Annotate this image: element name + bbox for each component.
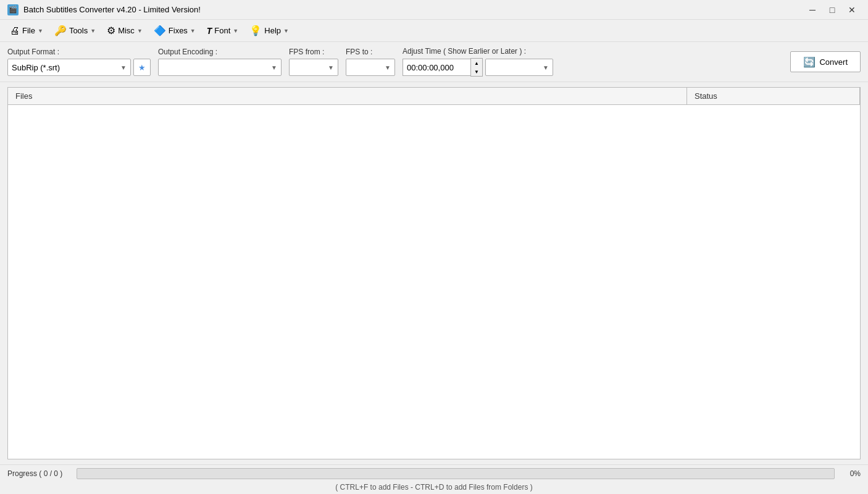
help-icon: 💡 bbox=[249, 25, 262, 36]
menu-bar: 🖨 File ▼ 🔑 Tools ▼ ⚙ Misc ▼ 🔷 Fixes ▼ T … bbox=[0, 20, 868, 42]
output-format-label: Output Format : bbox=[7, 48, 151, 56]
status-bar: Progress ( 0 / 0 ) 0% ( CTRL+F to add Fi… bbox=[0, 464, 868, 494]
adjust-time-input[interactable] bbox=[403, 59, 470, 76]
adjust-time-arrow: ▼ bbox=[543, 64, 549, 71]
time-decrement-button[interactable]: ▼ bbox=[471, 67, 482, 76]
font-icon: T bbox=[207, 26, 212, 36]
table-body bbox=[8, 105, 860, 459]
files-header: Files bbox=[8, 88, 687, 104]
output-format-value: SubRip (*.srt) bbox=[12, 63, 60, 72]
misc-icon: ⚙ bbox=[107, 25, 115, 36]
menu-item-tools[interactable]: 🔑 Tools ▼ bbox=[49, 22, 101, 39]
progress-bar-container bbox=[77, 468, 835, 479]
help-chevron: ▼ bbox=[283, 28, 289, 34]
file-chevron: ▼ bbox=[38, 28, 43, 34]
fps-to-group: FPS to : ▼ bbox=[346, 48, 395, 76]
app-title: Batch Subtitles Converter v4.20 - Limite… bbox=[23, 5, 201, 14]
output-encoding-group: Output Encoding : ▼ bbox=[158, 48, 282, 76]
minimize-button[interactable]: ─ bbox=[804, 3, 821, 17]
close-button[interactable]: ✕ bbox=[843, 3, 861, 17]
adjust-time-row: ▲ ▼ ▼ bbox=[403, 58, 553, 77]
output-encoding-dropdown[interactable]: ▼ bbox=[158, 59, 282, 76]
menu-label-font: Font bbox=[214, 26, 230, 35]
progress-label: Progress ( 0 / 0 ) bbox=[7, 469, 69, 478]
file-icon: 🖨 bbox=[10, 25, 20, 36]
time-increment-button[interactable]: ▲ bbox=[471, 59, 482, 67]
fixes-chevron: ▼ bbox=[190, 28, 196, 34]
star-icon: ★ bbox=[138, 63, 146, 72]
adjust-time-label: Adjust Time ( Show Earlier or Later ) : bbox=[403, 47, 553, 56]
convert-label: Convert bbox=[819, 57, 848, 67]
fps-from-group: FPS from : ▼ bbox=[289, 48, 338, 76]
window-controls: ─ □ ✕ bbox=[804, 3, 861, 17]
tools-chevron: ▼ bbox=[90, 28, 96, 34]
fps-from-arrow: ▼ bbox=[328, 64, 334, 71]
time-spinners: ▲ ▼ bbox=[470, 58, 483, 77]
output-format-row: SubRip (*.srt) ▼ ★ bbox=[7, 59, 151, 76]
title-bar-left: 🎬 Batch Subtitles Converter v4.20 - Limi… bbox=[7, 4, 201, 15]
maximize-button[interactable]: □ bbox=[824, 3, 841, 17]
misc-chevron: ▼ bbox=[137, 28, 143, 34]
adjust-time-group: Adjust Time ( Show Earlier or Later ) : … bbox=[403, 47, 553, 77]
fps-from-dropdown[interactable]: ▼ bbox=[289, 59, 338, 76]
output-format-arrow: ▼ bbox=[120, 64, 127, 71]
fps-to-arrow: ▼ bbox=[385, 64, 391, 71]
menu-item-fixes[interactable]: 🔷 Fixes ▼ bbox=[149, 22, 201, 39]
fps-from-label: FPS from : bbox=[289, 48, 338, 56]
convert-icon: 🔄 bbox=[803, 56, 816, 68]
menu-label-tools: Tools bbox=[69, 26, 88, 35]
menu-label-misc: Misc bbox=[118, 26, 135, 35]
file-table: Files Status bbox=[7, 87, 861, 459]
fps-to-label: FPS to : bbox=[346, 48, 395, 56]
status-header: Status bbox=[687, 88, 860, 104]
output-encoding-label: Output Encoding : bbox=[158, 48, 282, 56]
menu-item-font[interactable]: T Font ▼ bbox=[202, 23, 244, 38]
output-format-group: Output Format : SubRip (*.srt) ▼ ★ bbox=[7, 48, 151, 76]
hint-text: ( CTRL+F to add Files - CTRL+D to add Fi… bbox=[0, 482, 868, 494]
menu-item-file[interactable]: 🖨 File ▼ bbox=[5, 23, 48, 39]
time-input-group: ▲ ▼ bbox=[403, 58, 483, 77]
menu-item-misc[interactable]: ⚙ Misc ▼ bbox=[102, 22, 148, 39]
menu-item-help[interactable]: 💡 Help ▼ bbox=[244, 22, 294, 39]
output-format-dropdown[interactable]: SubRip (*.srt) ▼ bbox=[7, 59, 131, 76]
progress-row: Progress ( 0 / 0 ) 0% bbox=[0, 466, 868, 482]
app-icon: 🎬 bbox=[7, 4, 19, 15]
convert-button[interactable]: 🔄 Convert bbox=[790, 51, 861, 72]
menu-label-fixes: Fixes bbox=[169, 26, 188, 35]
output-encoding-arrow: ▼ bbox=[271, 64, 277, 71]
font-chevron: ▼ bbox=[233, 28, 238, 34]
fixes-icon: 🔷 bbox=[154, 25, 166, 36]
table-header: Files Status bbox=[8, 88, 860, 105]
progress-percent: 0% bbox=[842, 469, 861, 478]
title-bar: 🎬 Batch Subtitles Converter v4.20 - Limi… bbox=[0, 0, 868, 20]
favorite-button[interactable]: ★ bbox=[133, 59, 151, 76]
main-content: Files Status bbox=[0, 82, 868, 464]
menu-label-file: File bbox=[22, 26, 35, 35]
fps-to-dropdown[interactable]: ▼ bbox=[346, 59, 395, 76]
toolbar: Output Format : SubRip (*.srt) ▼ ★ Outpu… bbox=[0, 42, 868, 82]
adjust-time-dropdown[interactable]: ▼ bbox=[485, 59, 553, 76]
tools-icon: 🔑 bbox=[54, 25, 67, 36]
menu-label-help: Help bbox=[264, 26, 281, 35]
